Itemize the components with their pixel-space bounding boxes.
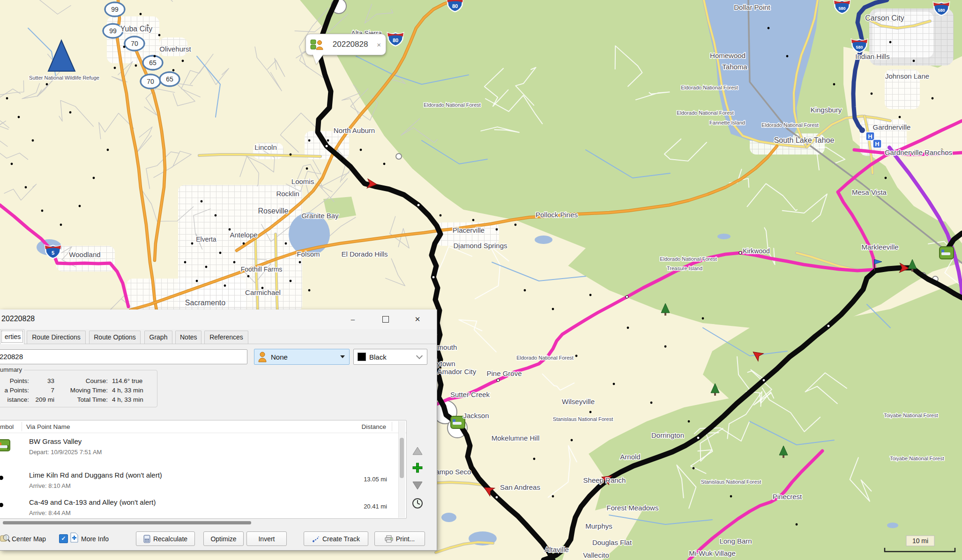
poi-dot (871, 93, 873, 95)
via-point-name: Ca-49 and Ca-193 and Alley (won't alert) (29, 498, 156, 506)
color-dropdown[interactable]: Black (353, 349, 427, 365)
svg-text:65: 65 (149, 59, 157, 66)
poi-dot (79, 205, 81, 207)
callout-close-icon[interactable]: × (377, 41, 381, 49)
rider-dropdown[interactable]: None (254, 349, 350, 365)
route-callout[interactable]: 20220828 × (306, 34, 386, 55)
poi-dot (306, 168, 308, 170)
summary-l2-row2: Total Time: (59, 396, 108, 403)
dialog-titlebar[interactable]: 20220828 – ✕ (0, 309, 436, 329)
poi-dot (524, 289, 526, 292)
map-label: Amador City (438, 368, 477, 376)
poi-dot (196, 280, 198, 282)
col-symbol[interactable]: mbol (0, 423, 14, 430)
map-label: Rocklin (276, 190, 299, 198)
state-route-shield: 70 (141, 74, 160, 88)
tab-route-options[interactable]: Route Options (89, 331, 141, 344)
down-triangle-button[interactable] (410, 479, 425, 493)
recalculate-label: Recalculate (153, 535, 187, 543)
map-label: Dorrington (651, 431, 684, 439)
map-label: Roseville (258, 207, 289, 215)
poi-dot (786, 55, 789, 58)
poi-dot (172, 69, 175, 72)
poi-dot (114, 67, 116, 69)
poi-dot (154, 55, 156, 58)
poi-dot (69, 111, 72, 114)
poi-dot (341, 158, 343, 161)
table-vscrollbar[interactable] (398, 421, 405, 518)
poi-dot (219, 252, 222, 254)
svg-text:99: 99 (109, 27, 117, 35)
via-points-table[interactable]: mbol Via Point Name Distance BW Grass Va… (0, 420, 407, 519)
poi-dot (224, 285, 226, 287)
state-route-shield: 99 (103, 24, 123, 38)
poi-dot (360, 149, 362, 151)
track-icon (312, 535, 320, 543)
map-label: Placerville (453, 226, 485, 234)
more-info-label[interactable]: More Info (81, 535, 109, 543)
summary-legend: ummary (0, 366, 24, 373)
create-track-button[interactable]: Create Track (304, 531, 368, 546)
print-label: Print... (396, 535, 415, 543)
up-triangle-button[interactable] (410, 444, 425, 458)
plus-button[interactable] (410, 461, 425, 475)
lake (441, 513, 456, 522)
more-info-checkbox[interactable]: ✓ (59, 534, 68, 543)
map-label: Diamond Springs (453, 242, 507, 250)
poi-dot (140, 13, 142, 15)
urban-area (56, 246, 115, 272)
lake (887, 523, 898, 528)
poi-dot (11, 163, 13, 165)
close-button[interactable]: ✕ (407, 311, 428, 327)
tab-graph[interactable]: Graph (144, 331, 172, 344)
map-label: Indian Hills (855, 52, 889, 60)
map-label: Pine Grove (486, 369, 522, 377)
map-label: Toiyabe National Forest (890, 456, 944, 461)
print-button[interactable]: Print... (374, 531, 425, 546)
map-label: Eldorado National Forest (660, 256, 717, 262)
via-point-time: Arrive: 8:10 AM (29, 482, 71, 489)
summary-v1-row1: 7 (31, 387, 54, 394)
col-distance[interactable]: Distance (350, 423, 386, 430)
route-point (739, 251, 742, 254)
route-name-input[interactable]: 220828 (0, 349, 247, 364)
poi-dot (229, 228, 231, 231)
recalculate-button[interactable]: Recalculate (136, 531, 195, 546)
invert-button[interactable]: Invert (246, 531, 287, 546)
map-label: Murphys (585, 522, 612, 530)
route-point (495, 496, 498, 499)
poi-dot (575, 355, 578, 357)
map-label: Pinecrest (773, 493, 802, 501)
create-track-label: Create Track (322, 535, 360, 543)
poi-dot (107, 149, 109, 151)
map-label: Woodland (69, 251, 100, 258)
poi-dot (41, 210, 44, 212)
poi-dot (308, 140, 311, 142)
center-map-label[interactable]: Center Map (12, 535, 46, 543)
tab-notes[interactable]: Notes (175, 331, 201, 344)
col-name[interactable]: Via Point Name (26, 423, 70, 430)
minimize-button[interactable]: – (342, 311, 364, 327)
tab-references[interactable]: References (204, 331, 248, 344)
poi-dot (32, 140, 34, 142)
svg-text:580: 580 (938, 8, 945, 13)
optimize-button[interactable]: Optimize (203, 531, 244, 546)
maximize-button[interactable] (375, 311, 396, 327)
table-hscrollbar[interactable] (3, 521, 251, 524)
map-label: Sacramento (185, 299, 225, 307)
via-point-name: Lime Kiln Rd and Duggans Rd (won't alert… (29, 471, 162, 479)
state-route-shield: 65 (143, 56, 163, 70)
map-label: Sutter National Wildlife Refuge (29, 75, 99, 81)
map-label: Olivehurst (159, 45, 191, 53)
poi-dot (158, 34, 161, 37)
map-label: Kirkwood (743, 247, 770, 255)
poi-dot (899, 116, 901, 118)
svg-text:65: 65 (166, 75, 173, 83)
map-label: Carmichael (245, 288, 281, 296)
tab-route-directions[interactable]: Route Directions (27, 331, 86, 344)
svg-text:80: 80 (393, 37, 398, 43)
color-dropdown-value: Black (369, 353, 417, 361)
clock-button[interactable] (410, 496, 425, 510)
route-point (417, 204, 420, 206)
tab-erties[interactable]: erties (0, 329, 24, 344)
